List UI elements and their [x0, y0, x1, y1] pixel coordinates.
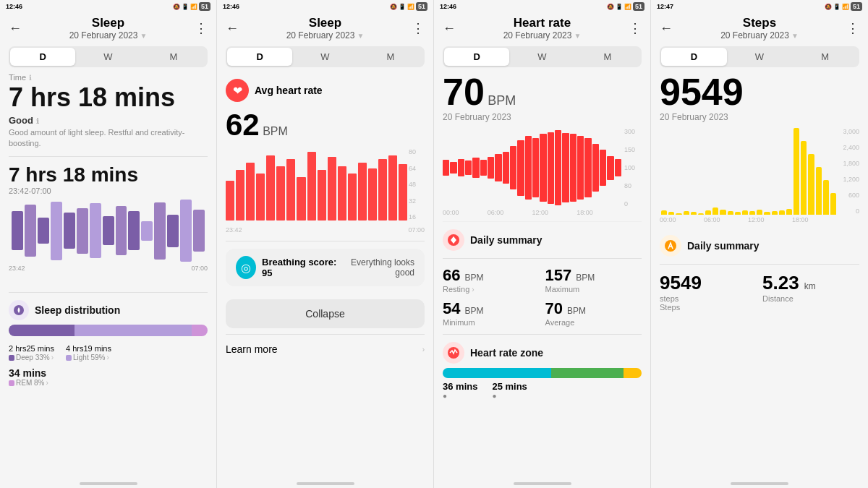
hr-avg-chart: 80 64 48 32 16 [226, 148, 425, 221]
sleep-panel: 12:46 🔕📱📶 51 ← Sleep 20 February 2023 ▼ … [0, 0, 217, 488]
tab-w-2[interactable]: W [292, 48, 357, 66]
tab-w-1[interactable]: W [75, 48, 140, 66]
steps-daily-icon [660, 235, 681, 257]
status-bar-4: 12:47 🔕📱📶 51 [651, 0, 868, 13]
home-indicator-4 [731, 482, 788, 485]
steps-summary-grid: 9549 steps Steps 5.23 km Distance [660, 272, 859, 312]
header-4: ← Steps 20 February 2023 ▼ ⋮ [651, 13, 868, 46]
tab-bar-1: D W M [9, 46, 208, 67]
hr-detail-bars [443, 128, 642, 207]
learn-more-row[interactable]: Learn more › [226, 334, 425, 364]
deep-sleep-stat: 2 hrs25 mins Deep 33% › [9, 342, 54, 361]
header-date-3[interactable]: 20 February 2023 ▼ [456, 30, 629, 40]
steps-daily-summary-row: Daily summary [660, 235, 859, 257]
light-sleep-stat: 4 hrs19 mins Light 59% › [66, 342, 111, 361]
steps-content: 9549 20 February 2023 3,000 2,400 1,800 … [651, 73, 868, 471]
sleep-quality: Good ℹ [9, 115, 208, 126]
status-icons-1: 🔕📱📶 51 [173, 2, 210, 11]
max-hr: 157 BPM Maximum [545, 266, 642, 294]
more-button-1[interactable]: ⋮ [195, 20, 208, 36]
sleep-content: Time ℹ 7 hrs 18 mins Good ℹ Good amount … [0, 73, 216, 471]
bottom-bar-3 [434, 471, 650, 488]
bottom-bar-4 [651, 471, 868, 488]
tab-m-2[interactable]: M [358, 48, 423, 66]
sleep-dist-bar [9, 325, 208, 336]
back-button-4[interactable]: ← [660, 21, 673, 36]
hr-main-display: 70 BPM [443, 73, 642, 111]
breathing-row: ◎ Breathing score: 95 Everything looks g… [226, 249, 425, 286]
status-time-3: 12:46 [440, 3, 456, 10]
more-button-4[interactable]: ⋮ [846, 20, 859, 36]
status-icons-3: 🔕📱📶 51 [607, 2, 644, 11]
page-title-4: Steps [673, 16, 846, 30]
sleep-time-value: 7 hrs 18 mins [9, 83, 208, 112]
steps-bars [660, 128, 859, 215]
tab-m-1[interactable]: M [141, 48, 206, 66]
header-date-1[interactable]: 20 February 2023 ▼ [22, 30, 195, 40]
more-button-3[interactable]: ⋮ [629, 20, 642, 36]
tab-d-1[interactable]: D [10, 48, 75, 66]
sleep-dist-title: Sleep distribution [35, 304, 120, 316]
steps-y-axis: 3,000 2,400 1,800 1,200 600 0 [839, 128, 859, 215]
heart-avg-content: ❤ Avg heart rate 62 BPM [217, 73, 433, 471]
sleep-time-range: 23:42-07:00 [9, 187, 208, 195]
sleep-chart-labels: 23:42 07:00 [9, 265, 208, 272]
breathing-icon: ◎ [236, 256, 256, 279]
page-title-3: Heart rate [456, 16, 629, 30]
breathing-label: Breathing score: 95 [262, 257, 339, 278]
header-date-2[interactable]: 20 February 2023 ▼ [239, 30, 412, 40]
status-bar-3: 12:46 🔕📱📶 51 [434, 0, 650, 13]
heart-avg-panel: 12:46 🔕📱📶 51 ← Sleep 20 February 2023 ▼ … [217, 0, 434, 488]
steps-daily-summary-title: Daily summary [687, 240, 760, 252]
tab-bar-4: D W M [660, 46, 859, 67]
hr-x-labels: 23:42 07:00 [226, 226, 425, 234]
page-title-2: Sleep [239, 16, 412, 30]
tab-m-4[interactable]: M [792, 48, 858, 66]
sleep-chart: 23:42 07:00 [9, 198, 208, 285]
avg-hr: 70 BPM Average [545, 299, 642, 327]
collapse-button[interactable]: Collapse [226, 299, 425, 328]
hr-x-axis: 00:0006:0012:0018:00 [443, 209, 642, 216]
page-title-1: Sleep [22, 16, 195, 30]
status-icons-2: 🔕📱📶 51 [390, 2, 427, 11]
tab-w-3[interactable]: W [509, 48, 574, 66]
status-bar-2: 12:46 🔕📱📶 51 [217, 0, 433, 13]
hr-detail-chart: 300 150 100 80 0 [443, 128, 642, 222]
status-time-1: 12:46 [6, 3, 22, 10]
hr-main-date: 20 February 2023 [443, 112, 642, 122]
min-hr: 54 BPM Minimum [443, 299, 540, 327]
tab-d-4[interactable]: D [661, 48, 727, 66]
sleep-quality-desc: Good amount of light sleep. Restful and … [9, 127, 208, 150]
tab-bar-2: D W M [226, 46, 425, 67]
sleep-time-value2: 7 hrs 18 mins [9, 164, 208, 187]
hr-zone-icon [443, 342, 464, 364]
home-indicator-1 [80, 482, 137, 485]
back-button-2[interactable]: ← [226, 21, 239, 36]
tab-m-3[interactable]: M [575, 48, 640, 66]
bottom-bar-1 [0, 471, 216, 488]
back-button-1[interactable]: ← [9, 21, 22, 36]
steps-x-axis: 00:0006:0012:0018:00 [660, 216, 859, 223]
daily-summary-icon [443, 229, 464, 251]
header-1: ← Sleep 20 February 2023 ▼ ⋮ [0, 13, 216, 46]
steps-panel: 12:47 🔕📱📶 51 ← Steps 20 February 2023 ▼ … [651, 0, 868, 488]
zone-stat-2: 25 mins ● [492, 381, 527, 400]
hr-zone-row: Heart rate zone [443, 342, 642, 364]
tab-w-4[interactable]: W [727, 48, 793, 66]
avg-hr-icon: ❤ [226, 79, 249, 102]
avg-hr-row: ❤ Avg heart rate [226, 79, 425, 102]
breathing-status: Everything looks good [339, 257, 414, 278]
back-button-3[interactable]: ← [443, 21, 456, 36]
daily-summary-row: Daily summary [443, 229, 642, 251]
bottom-bar-2 [217, 471, 433, 488]
more-button-2[interactable]: ⋮ [412, 20, 425, 36]
hr-zone-bar [443, 368, 642, 378]
time-label: Time ℹ [9, 73, 208, 82]
tab-d-3[interactable]: D [444, 48, 509, 66]
sleep-dist-row: Sleep distribution [9, 300, 208, 320]
hr-zone-title: Heart rate zone [470, 347, 543, 359]
header-date-4[interactable]: 20 February 2023 ▼ [673, 30, 846, 40]
avg-bpm-value: 62 BPM [226, 108, 425, 142]
avg-hr-label: Avg heart rate [255, 85, 323, 96]
tab-d-2[interactable]: D [227, 48, 292, 66]
